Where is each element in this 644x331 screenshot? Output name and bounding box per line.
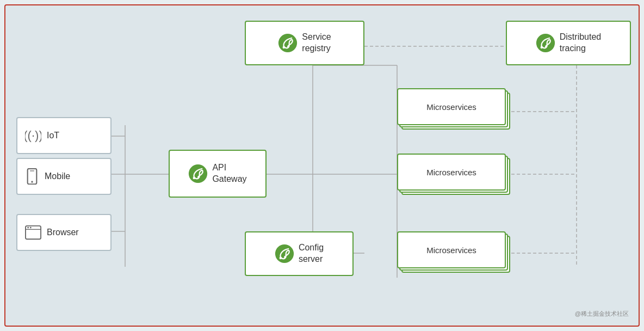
- mobile-icon: [25, 168, 39, 185]
- browser-icon: [25, 225, 41, 240]
- svg-point-18: [540, 46, 543, 49]
- svg-point-22: [279, 257, 282, 260]
- browser-label: Browser: [47, 228, 79, 237]
- api-gateway-label: API Gateway: [212, 162, 246, 185]
- api-gateway-box: API Gateway: [169, 150, 267, 198]
- spring-icon-3: [188, 164, 208, 183]
- microservices-stack-2: Microservices: [397, 154, 506, 200]
- watermark: @稀土掘金技术社区: [575, 310, 629, 318]
- microservices-stack-1: Microservices: [397, 88, 506, 134]
- mobile-label: Mobile: [45, 171, 70, 181]
- ms1-label: Microservices: [426, 102, 476, 112]
- config-server-label: Config server: [299, 242, 324, 265]
- spring-icon: [278, 33, 298, 53]
- svg-point-16: [283, 46, 286, 49]
- spring-icon-2: [536, 33, 555, 53]
- diagram-container: Service registry Distributed tracing API…: [4, 4, 640, 327]
- browser-box: Browser: [16, 214, 112, 251]
- svg-point-29: [27, 227, 29, 229]
- svg-rect-26: [30, 170, 34, 171]
- microservices-stack-3: Microservices: [397, 231, 506, 278]
- svg-point-21: [275, 244, 294, 263]
- ms3-label: Microservices: [426, 246, 476, 255]
- iot-label: IoT: [47, 131, 59, 140]
- svg-point-17: [536, 34, 555, 52]
- iot-box: ((·)) IoT: [16, 117, 112, 154]
- service-registry-label: Service registry: [302, 32, 331, 54]
- svg-point-15: [278, 34, 297, 52]
- svg-text:((·)): ((·)): [25, 128, 41, 142]
- ms2-label: Microservices: [426, 168, 476, 177]
- mobile-box: Mobile: [16, 158, 112, 195]
- config-server-box: Config server: [245, 231, 354, 276]
- service-registry-box: Service registry: [245, 21, 364, 65]
- distributed-tracing-label: Distributed tracing: [560, 32, 601, 54]
- iot-icon: ((·)): [25, 127, 41, 144]
- svg-point-19: [189, 164, 207, 183]
- distributed-tracing-box: Distributed tracing: [506, 21, 631, 65]
- svg-point-25: [31, 181, 33, 182]
- spring-icon-4: [275, 244, 294, 263]
- svg-point-30: [30, 227, 32, 229]
- svg-point-20: [193, 177, 196, 180]
